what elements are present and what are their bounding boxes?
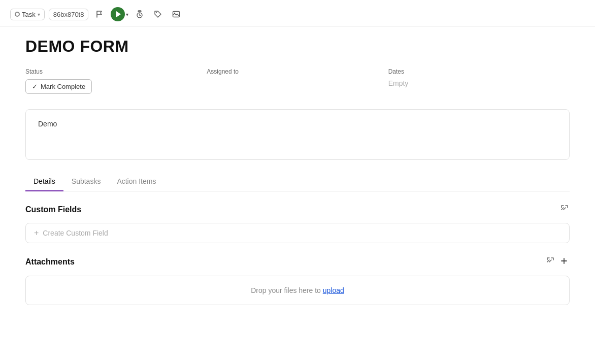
mark-complete-label: Mark Complete	[41, 83, 85, 90]
tabs-row: Details Subtasks Action Items	[25, 172, 570, 191]
description-box[interactable]: Demo	[25, 109, 570, 160]
custom-fields-title: Custom Fields	[25, 205, 81, 214]
task-label: Task	[22, 11, 36, 18]
flag-icon[interactable]	[92, 7, 107, 21]
meta-row: Status ✓ Mark Complete Assigned to Dates…	[25, 68, 570, 94]
task-dot-icon	[15, 12, 20, 17]
tab-action-items[interactable]: Action Items	[109, 172, 164, 191]
play-chevron-icon: ▾	[126, 12, 128, 17]
task-type-pill[interactable]: Task ▾	[10, 9, 45, 20]
svg-point-4	[174, 13, 175, 14]
create-custom-field-row[interactable]: + Create Custom Field	[25, 223, 570, 243]
create-field-plus-icon: +	[34, 228, 39, 238]
dates-value[interactable]: Empty	[388, 79, 570, 87]
play-button[interactable]	[111, 7, 125, 21]
attachments-title: Attachments	[25, 257, 75, 267]
svg-rect-0	[138, 11, 141, 12]
status-label: Status	[25, 68, 207, 75]
upload-link[interactable]: upload	[323, 286, 344, 294]
svg-point-2	[156, 12, 157, 13]
play-with-chevron[interactable]: ▾	[111, 7, 128, 21]
dates-label: Dates	[388, 68, 570, 75]
drop-text: Drop your files here to	[251, 286, 323, 294]
tag-icon[interactable]	[151, 7, 165, 21]
assigned-label: Assigned to	[207, 68, 388, 75]
page-title: DEMO FORM	[25, 37, 570, 56]
drop-zone[interactable]: Drop your files here to upload	[25, 276, 570, 305]
task-chevron-icon: ▾	[38, 12, 40, 17]
image-icon[interactable]	[169, 7, 183, 21]
status-col: Status ✓ Mark Complete	[25, 68, 207, 94]
tab-subtasks[interactable]: Subtasks	[63, 172, 109, 191]
top-bar: Task ▾ 86bx870t8 ▾	[0, 0, 595, 27]
attachments-icons	[545, 255, 570, 269]
custom-fields-expand-icon[interactable]	[559, 204, 570, 216]
main-content: DEMO FORM Status ✓ Mark Complete Assigne…	[0, 27, 595, 327]
mark-complete-button[interactable]: ✓ Mark Complete	[25, 79, 92, 94]
custom-fields-header: Custom Fields	[25, 204, 570, 216]
checkmark-icon: ✓	[32, 83, 38, 90]
description-text: Demo	[38, 120, 57, 128]
create-field-label: Create Custom Field	[43, 229, 108, 237]
attachments-section: Attachments Drop your files here to uplo…	[25, 255, 570, 305]
timer-icon[interactable]	[133, 7, 147, 21]
task-id-badge: 86bx870t8	[49, 9, 89, 20]
attachments-add-icon[interactable]	[558, 255, 570, 269]
attachments-header: Attachments	[25, 255, 570, 269]
attachments-expand-icon[interactable]	[545, 256, 555, 268]
tab-details[interactable]: Details	[25, 172, 63, 191]
dates-col: Dates Empty	[388, 68, 570, 94]
assigned-col: Assigned to	[207, 68, 388, 94]
